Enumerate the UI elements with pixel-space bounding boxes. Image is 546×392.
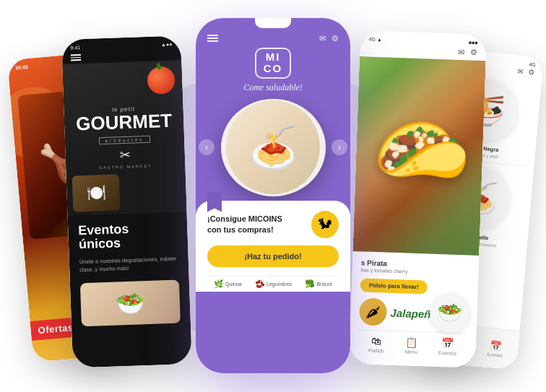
nav-menu-right[interactable]: 📋 Menu xyxy=(404,336,417,354)
envelope-icon-right[interactable]: ✉ xyxy=(458,47,464,56)
brocoli-item[interactable]: 🥦 Brócoli xyxy=(305,279,332,289)
center-top-icons: ✉ ⚙ xyxy=(319,34,339,43)
nav-eventos-right[interactable]: 📅 Eventos xyxy=(438,337,457,356)
right-screen: 4G ▲ ■■■ ✉ ⚙ 🌮 s Pirata bas y tomates ch… xyxy=(349,30,487,368)
bookmark-icon xyxy=(207,192,222,212)
order-button[interactable]: ¡Haz tu pedido! xyxy=(207,245,339,267)
eventos-label-right: Eventos xyxy=(438,350,457,356)
micoins-text-block: ¡Consigue MICOINS con tus compras! xyxy=(207,214,282,235)
ofertas-label: Ofertas xyxy=(38,321,74,335)
board-emoji: 🍽️ xyxy=(86,183,106,202)
right-battery: ■■■ xyxy=(469,40,478,45)
left-time: 9:41 xyxy=(70,45,80,50)
hamburger-left[interactable] xyxy=(71,54,81,61)
gourmet-text: GOURMET xyxy=(76,110,173,133)
brocoli-icon: 🥦 xyxy=(305,279,315,289)
micoins-row: ¡Consigue MICOINS con tus compras! 🐿 xyxy=(207,211,339,238)
notch-inner xyxy=(255,18,291,28)
mico-logo-container: MI CO xyxy=(196,48,350,79)
right-hero-food: 🌮 xyxy=(352,56,485,256)
mico-co: CO xyxy=(264,63,283,75)
phone-right: 4G ▲ ■■■ ✉ ⚙ 🌮 s Pirata bas y tomates ch… xyxy=(349,30,487,368)
carousel-arrow-left[interactable]: ‹ xyxy=(199,139,214,155)
gourmet-logo: le petit GOURMET productos ✂ GASTRO MARK… xyxy=(75,104,173,170)
envelope-icon-far-right[interactable]: ✉ xyxy=(516,67,523,76)
gourmet-hero: 🍽️ le petit GOURMET productos ✂ GASTRO M… xyxy=(62,59,186,215)
food-plate: 🍝 xyxy=(221,99,326,196)
eventos-icon-far-right: 📅 xyxy=(490,339,502,351)
nav-eventos-far-right[interactable]: 📅 Eventos xyxy=(487,339,504,357)
brocoli-label: Brócoli xyxy=(316,282,332,287)
legumbres-icon: 🫘 xyxy=(255,279,265,289)
left-signal: ▲●● xyxy=(161,41,173,47)
phone-center: ✉ ⚙ MI CO Come saludable! ‹ 🍝 xyxy=(196,18,350,373)
gear-icon-far-right[interactable]: ⚙ xyxy=(528,68,535,77)
plate-inner: 🍝 xyxy=(226,100,320,194)
quinoa-label: Quinoa xyxy=(225,282,242,287)
quinoa-item[interactable]: 🌿 Quinoa xyxy=(214,279,242,289)
productos-text: productos xyxy=(99,135,151,144)
nav-pedido-right[interactable]: 🛍 Pedido xyxy=(368,334,385,353)
menu-icon-right: 📋 xyxy=(405,336,418,348)
gear-icon-right[interactable]: ⚙ xyxy=(470,48,477,57)
right-signal: 4G ▲ xyxy=(369,36,382,42)
hamburger-center[interactable] xyxy=(207,35,218,42)
left-bottom: Eventos únicos Únete a nuestras degustac… xyxy=(68,211,191,335)
pedido-icon-right: 🛍 xyxy=(371,334,382,346)
plate-food-emoji: 🍝 xyxy=(248,124,298,171)
micoins-line2: con tus compras! xyxy=(207,225,282,235)
phone-left: 9:41 ▲●● xyxy=(61,35,192,367)
eventos-icon-right: 📅 xyxy=(441,337,454,349)
menu-label-right: Menu xyxy=(404,349,417,354)
phones-container: 10:43 ●●● 🍗 Ofertas 9:41 xyxy=(13,12,533,380)
envelope-icon[interactable]: ✉ xyxy=(319,34,326,43)
legumbres-item[interactable]: 🫘 Legumbres xyxy=(255,279,292,289)
gear-icon[interactable]: ⚙ xyxy=(332,34,339,43)
hands-food: 🥗 xyxy=(80,279,181,326)
time-display: 10:43 xyxy=(15,64,28,71)
carousel-arrow-right[interactable]: › xyxy=(332,139,347,155)
left-screen: 9:41 ▲●● xyxy=(61,35,192,367)
bottom-food-items: 🌿 Quinoa 🫘 Legumbres 🥦 Brócoli xyxy=(207,276,339,292)
mico-box: MI CO xyxy=(255,48,292,79)
legumbres-label: Legumbres xyxy=(266,282,292,287)
bottom-card: ¡Consigue MICOINS con tus compras! 🐿 ¡Ha… xyxy=(196,201,350,292)
eventos-title: Eventos únicos xyxy=(78,220,178,252)
pedido-label-right: Pedido xyxy=(368,347,384,353)
hero-gradient xyxy=(352,56,485,256)
mico-mi: MI xyxy=(264,51,283,64)
board-decor: 🍽️ xyxy=(72,173,121,211)
micoins-coin-icon: 🐿 xyxy=(311,211,339,238)
center-frame: ✉ ⚙ MI CO Come saludable! ‹ 🍝 xyxy=(196,18,350,373)
far-right-signal: 4G xyxy=(529,61,536,67)
notch xyxy=(248,18,298,31)
tomato-decor xyxy=(147,66,176,95)
right-bottom-nav: 🛍 Pedido 📋 Menu 📅 Eventos xyxy=(358,329,467,357)
eventos-lbl-far-right: Eventos xyxy=(487,352,503,357)
micoins-line1: ¡Consigue MICOINS xyxy=(207,214,282,224)
jalapeno-circle: 🌶 xyxy=(359,297,387,326)
come-saludable-text: Come saludable! xyxy=(196,82,350,93)
pedido-para-llevar-button[interactable]: Pídelo para llevar! xyxy=(360,278,428,294)
scissors-icon: ✂ xyxy=(77,145,173,165)
right-bottom-content: s Pirata bas y tomates cherry Pídelo par… xyxy=(349,251,479,365)
quinoa-icon: 🌿 xyxy=(214,279,224,289)
eventos-desc: Únete a nuestras degustaciones, máster c… xyxy=(79,254,179,274)
food-carousel: ‹ 🍝 › xyxy=(196,99,350,196)
center-status-bar: ✉ ⚙ xyxy=(196,31,350,45)
